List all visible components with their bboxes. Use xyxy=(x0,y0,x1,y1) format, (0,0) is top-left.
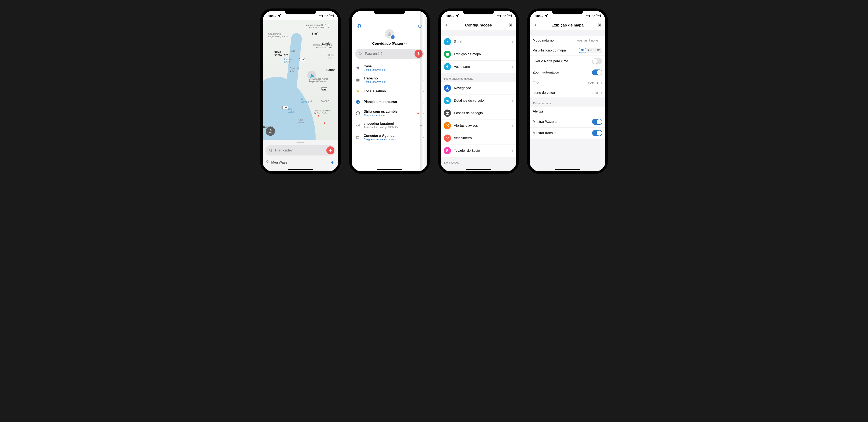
toggle[interactable] xyxy=(592,69,602,75)
location-arrow-icon xyxy=(277,13,281,18)
wifi-icon xyxy=(324,13,328,18)
toggle[interactable] xyxy=(592,119,602,125)
list-item-title: Planeje um percurso xyxy=(364,100,420,104)
battery-indicator: 100 xyxy=(329,14,334,17)
map-river-label: Rio dos Sinos xyxy=(284,58,292,63)
list-item-subtitle: Definir uma vez e ir xyxy=(364,68,420,71)
setting-show-wazers[interactable]: Mostrar Wazers xyxy=(530,116,605,128)
chevron-right-icon: › xyxy=(423,100,424,104)
settings-item[interactable]: Exibição de mapa › xyxy=(441,48,516,61)
list-item-clock[interactable]: Planeje um percurso › xyxy=(352,97,427,107)
chevron-right-icon: › xyxy=(601,38,602,42)
settings-item[interactable]: Navegação › xyxy=(441,82,516,95)
my-waze-button[interactable]: Meu Waze xyxy=(271,161,287,164)
settings-item[interactable]: Tocador de áudio › xyxy=(441,144,516,157)
seg-option[interactable]: Auto xyxy=(586,48,595,53)
setting-auto-zoom[interactable]: Zoom automático xyxy=(530,67,605,78)
settings-item[interactable]: Voz e som › xyxy=(441,61,516,73)
seg-option[interactable]: 3D xyxy=(579,48,586,53)
status-time: 18:12 xyxy=(535,14,544,18)
list-item-title: Conectar à Agenda xyxy=(364,134,420,138)
svg-point-1 xyxy=(389,32,390,34)
sheet-handle[interactable] xyxy=(297,142,305,143)
road-shield: 116 xyxy=(321,87,327,91)
close-button[interactable]: ✕ xyxy=(508,23,513,28)
toll-icon xyxy=(444,109,451,117)
list-item-work[interactable]: TrabalhoDefinir uma vez e ir › xyxy=(352,74,427,86)
map-canvas[interactable]: Nova Santa Rita Esteio Canoa Eldorado Co… xyxy=(263,20,338,140)
mic-icon xyxy=(328,148,333,153)
clock-icon xyxy=(355,99,361,105)
settings-item-label: Geral xyxy=(454,40,509,44)
profile-header[interactable]: Convidado (Wazer) › xyxy=(352,29,427,46)
settings-button[interactable] xyxy=(355,23,363,30)
toggle[interactable] xyxy=(592,130,602,136)
map-poi-label: Cais Mauá xyxy=(299,119,304,124)
segmented-control[interactable]: 3DAuto2D xyxy=(579,48,602,53)
list-item-subtitle: Avenida João Wallig, 1800, Pa… xyxy=(364,126,417,129)
chevron-right-icon: › xyxy=(406,41,407,45)
map-road-label: 3SB xyxy=(290,50,295,52)
status-icons: ▪▪▪▮ 100 xyxy=(586,13,600,18)
road-shield: 290 xyxy=(282,106,288,109)
user-location-marker xyxy=(307,71,316,80)
search-input[interactable]: Para onde? xyxy=(355,49,424,59)
chevron-right-icon: › xyxy=(512,136,513,140)
voice-search-button[interactable] xyxy=(327,147,334,155)
voice-search-button[interactable] xyxy=(414,50,423,58)
gear-icon xyxy=(444,38,451,45)
alert-icon xyxy=(444,122,451,129)
svg-point-6 xyxy=(447,125,448,126)
setting-vehicle-icon[interactable]: Ícone do veículo Seta › xyxy=(530,88,605,97)
chevron-right-icon: › xyxy=(423,89,424,94)
recenter-button[interactable] xyxy=(266,127,275,136)
star-icon xyxy=(355,89,361,94)
search-input[interactable]: Para onde? xyxy=(265,145,336,156)
list-item-calendar[interactable]: Conectar à AgendaChegue a seus eventos n… xyxy=(352,131,427,143)
list-item-subtitle: Definir uma vez e ir xyxy=(364,80,420,84)
nav-bar: ‹ Configurações ✕ xyxy=(441,20,516,30)
toggle[interactable] xyxy=(592,58,602,64)
setting-show-traffic[interactable]: Mostrar trânsito xyxy=(530,128,605,138)
settings-list: Modo noturno Apenas à noite › Visualizaç… xyxy=(530,30,605,171)
list-item-zombie[interactable]: Dirija com os zumbisAtive a experiência … xyxy=(352,107,427,119)
power-button[interactable] xyxy=(416,23,424,30)
power-icon xyxy=(417,24,422,28)
more-icon[interactable]: ⋯ xyxy=(420,123,424,127)
setting-type[interactable]: Tipo Default › xyxy=(530,78,605,88)
calendar-icon xyxy=(355,135,361,140)
list-item-home[interactable]: CasaDefinir uma vez e ir › xyxy=(352,62,427,74)
setting-lock-north[interactable]: Fixar o Norte para cima xyxy=(530,56,605,67)
settings-item[interactable]: Geral › xyxy=(441,36,516,48)
settings-item[interactable]: Detalhes do veículo › xyxy=(441,95,516,107)
chevron-right-icon: › xyxy=(512,149,513,153)
setting-alerts[interactable]: Alertas › xyxy=(530,106,605,116)
battery-indicator: 100 xyxy=(507,14,512,17)
setting-night-mode[interactable]: Modo noturno Apenas à noite › xyxy=(530,36,605,45)
zombie-icon xyxy=(355,110,361,116)
road-shield: 386 xyxy=(299,58,305,61)
list-item-history[interactable]: shopping iguatemiAvenida João Wallig, 18… xyxy=(352,119,427,131)
car-icon xyxy=(444,97,451,104)
search-placeholder: Para onde? xyxy=(365,52,412,56)
svg-point-2 xyxy=(356,111,360,115)
chevron-right-icon: › xyxy=(512,52,513,57)
map-river-label: Rio Jacuí xyxy=(288,108,294,113)
status-time: 18:12 xyxy=(446,14,454,18)
list-item-star[interactable]: Locais salvos › xyxy=(352,86,427,97)
settings-item-label: Passes de pedágio xyxy=(454,111,509,115)
close-button[interactable]: ✕ xyxy=(597,23,602,28)
settings-item[interactable]: Alertas e avisos › xyxy=(441,120,516,132)
settings-item[interactable]: Velocímetro › xyxy=(441,132,516,144)
status-time: 18:12 xyxy=(268,14,276,18)
chevron-right-icon: › xyxy=(601,109,602,113)
back-button[interactable]: ‹ xyxy=(444,23,449,28)
list-item-title: Casa xyxy=(364,64,420,68)
seg-option[interactable]: 2D xyxy=(595,48,602,53)
chevron-right-icon: › xyxy=(512,111,513,116)
back-button[interactable]: ‹ xyxy=(533,23,538,28)
sound-button[interactable] xyxy=(329,159,336,166)
chevron-right-icon: › xyxy=(512,40,513,44)
status-icons: ▪▪▪▮ 100 xyxy=(319,13,334,18)
settings-item[interactable]: Passes de pedágio › xyxy=(441,107,516,120)
